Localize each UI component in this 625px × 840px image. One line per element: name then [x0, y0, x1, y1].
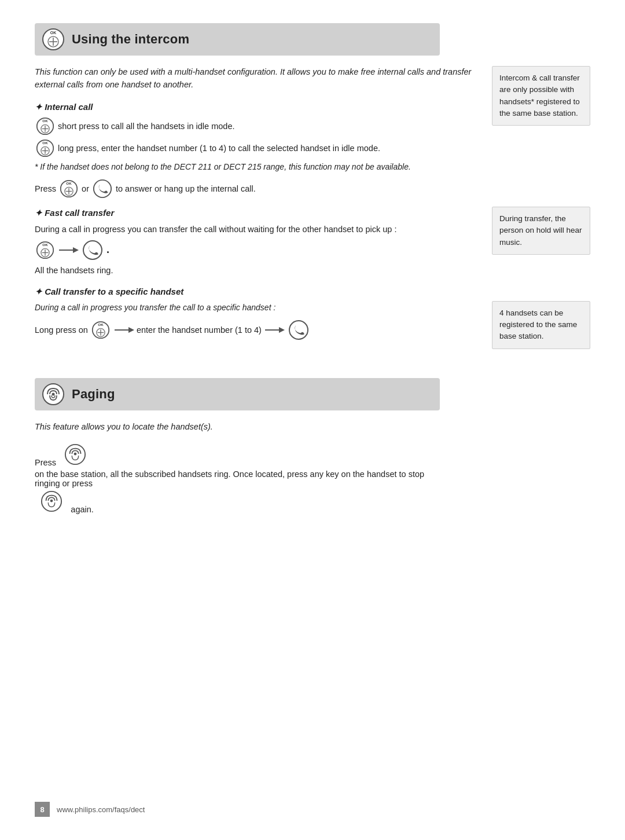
arrow-icon-2 [113, 324, 134, 336]
svg-point-42 [74, 453, 77, 456]
svg-point-44 [50, 500, 53, 502]
svg-point-20 [94, 179, 111, 197]
fast-call-ring: All the handsets ring. [35, 264, 475, 277]
side-note-2: During transfer, the person on hold will… [492, 207, 590, 255]
internal-call-section: Internal call OK short press to call all… [35, 102, 475, 199]
ok-button-icon-3: OK [60, 179, 78, 198]
call-transfer-subtitle: During a call in progress you transfer t… [35, 302, 475, 314]
answer-text: to answer or hang up the internal call. [116, 184, 256, 193]
section2-header: Paging [35, 378, 440, 410]
svg-point-40 [52, 393, 55, 395]
internal-call-line1: OK short press to call all the handsets … [35, 117, 475, 135]
internal-call-line2: OK long press, enter the handset number … [35, 139, 475, 157]
press-text: Press [35, 184, 56, 193]
fast-call-dot: . [106, 244, 109, 256]
handset-icon-3 [288, 320, 309, 340]
section2-content: This feature allows you to locate the ha… [35, 421, 440, 515]
page-number-box: 8 [35, 802, 50, 817]
internal-call-title: Internal call [35, 102, 475, 112]
right-column: Intercom & call transfer are only possib… [492, 66, 590, 361]
call-transfer-section: Call transfer to a specific handset Duri… [35, 287, 475, 340]
internal-call-answer-row: Press OK or to answer or hang up the int… [35, 179, 475, 199]
paging-button-icon-2 [41, 490, 62, 512]
svg-text:OK: OK [50, 31, 57, 35]
handset-icon-2 [82, 240, 103, 261]
call-transfer-enter: enter the handset number (1 to 4) [137, 325, 262, 335]
handset-icon-1 [93, 179, 112, 199]
footer-url: www.philips.com/faqs/dect [57, 805, 145, 814]
section1-intro: This function can only be used with a mu… [35, 66, 475, 91]
ok-button-icon-4: OK [36, 241, 54, 259]
svg-text:OK: OK [42, 140, 48, 144]
svg-text:OK: OK [42, 243, 48, 247]
svg-marker-27 [73, 247, 79, 253]
section2-intro: This feature allows you to locate the ha… [35, 421, 440, 434]
fast-call-transfer-section: Fast call transfer During a call in prog… [35, 208, 475, 277]
paging-icon [42, 383, 65, 406]
svg-marker-35 [128, 327, 134, 333]
arrow-icon-3 [264, 324, 285, 336]
section2-press-text: Press [35, 458, 56, 467]
intercom-icon: OK [42, 28, 65, 51]
section2-line1b: on the base station, all the subscribed … [35, 469, 440, 488]
section2-again: again. [71, 505, 94, 514]
fast-call-transfer-row: OK . [35, 240, 475, 261]
svg-point-38 [289, 321, 308, 339]
internal-call-note: * If the handset does not belong to the … [35, 161, 475, 173]
ok-button-icon-5: OK [91, 321, 110, 339]
section2-title: Paging [72, 387, 115, 402]
svg-text:OK: OK [66, 181, 72, 185]
section1-title: Using the intercom [72, 32, 189, 47]
ok-button-icon-2: OK [36, 139, 54, 157]
fast-call-title: Fast call transfer [35, 208, 475, 218]
or-text: or [82, 184, 89, 193]
fast-call-text: During a call in progress you can transf… [35, 223, 475, 236]
paging-button-icon-1 [64, 443, 86, 465]
section1-header: OK Using the intercom [35, 23, 440, 56]
page-footer: 8 www.philips.com/faqs/dect [35, 802, 145, 817]
call-transfer-title: Call transfer to a specific handset [35, 287, 475, 297]
arrow-icon-1 [58, 244, 79, 256]
svg-text:OK: OK [42, 118, 48, 122]
ok-button-icon-1: OK [36, 117, 54, 135]
call-transfer-long-press: Long press on [35, 325, 88, 335]
svg-marker-37 [279, 327, 285, 333]
svg-text:OK: OK [98, 322, 104, 327]
side-note-3: 4 handsets can be registered to the same… [492, 301, 590, 349]
call-transfer-row: Long press on OK enter the handset numbe… [35, 320, 475, 340]
section2-press-row: Press on the base station, all the subsc… [35, 443, 440, 514]
svg-point-28 [83, 241, 102, 259]
internal-call-text1: short press to call all the handsets in … [58, 122, 234, 131]
side-note-1: Intercom & call transfer are only possib… [492, 66, 590, 126]
fast-call-body: During a call in progress you can transf… [35, 223, 475, 277]
internal-call-text2: long press, enter the handset number (1 … [58, 144, 380, 153]
